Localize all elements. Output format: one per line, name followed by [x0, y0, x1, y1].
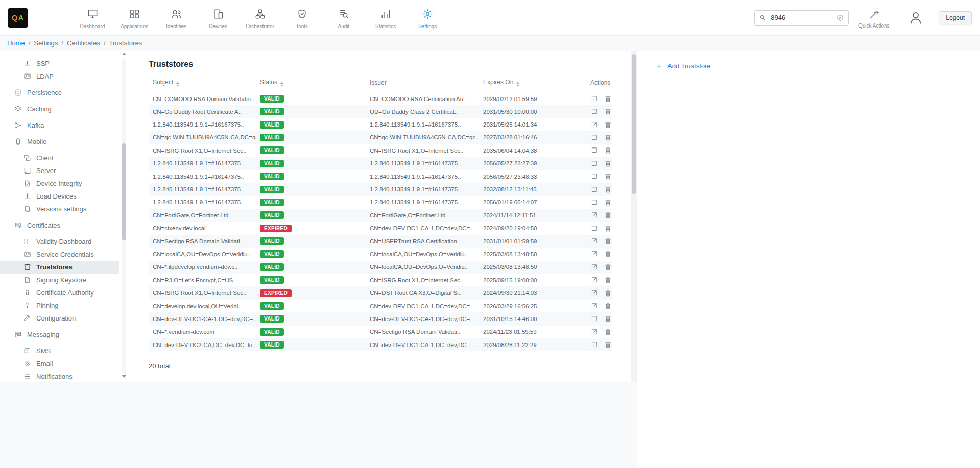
- app-logo[interactable]: QA: [8, 8, 28, 28]
- column-header-status[interactable]: Status: [256, 76, 366, 92]
- sidebar-item-ldap[interactable]: LDAP: [0, 70, 128, 83]
- view-truststore-button[interactable]: [590, 302, 598, 310]
- sidebar-item-server[interactable]: Server: [0, 164, 128, 177]
- sidebar-item-kafka[interactable]: Kafka: [0, 119, 128, 132]
- scroll-up-arrow[interactable]: [122, 53, 127, 58]
- nav-item-devices[interactable]: Devices: [197, 6, 239, 29]
- search-input[interactable]: [771, 14, 832, 21]
- sidebar-item-validity-dashboard[interactable]: Validity Dashboard: [0, 235, 128, 248]
- delete-truststore-button[interactable]: [604, 276, 612, 284]
- truststore-row[interactable]: CN=dev-DEV-DC1-CA-1,DC=dev,DC=.. VALID C…: [149, 312, 612, 325]
- breadcrumb-item-truststores[interactable]: Truststores: [109, 39, 142, 47]
- view-truststore-button[interactable]: [590, 134, 598, 141]
- delete-truststore-button[interactable]: [604, 134, 612, 141]
- sidebar-item-versions-settings[interactable]: Versions settings: [0, 203, 128, 215]
- main-scrollbar[interactable]: [631, 51, 637, 382]
- nav-item-applications[interactable]: Applications: [113, 6, 155, 29]
- view-truststore-button[interactable]: [590, 237, 598, 245]
- sidebar-item-device-integrity[interactable]: Device Integrity: [0, 177, 128, 190]
- nav-item-orchestrator[interactable]: Orchestrator: [239, 6, 281, 29]
- truststore-row[interactable]: CN=COMODO RSA Domain Validatio.. VALID C…: [149, 92, 612, 106]
- breadcrumb-item-certificates[interactable]: Certificates: [67, 39, 100, 47]
- column-header-actions[interactable]: Actions: [586, 76, 612, 92]
- user-avatar-button[interactable]: [908, 10, 923, 26]
- truststore-row[interactable]: 1.2.840.113549.1.9.1=#16147375.. VALID 1…: [149, 183, 612, 195]
- truststore-row[interactable]: CN=*.ilpdevelop.veridium-dev.c.. VALID C…: [149, 261, 612, 274]
- nav-item-identities[interactable]: Identities: [155, 6, 197, 29]
- sidebar-item-truststores[interactable]: Truststores: [0, 261, 119, 274]
- view-truststore-button[interactable]: [590, 263, 598, 271]
- view-truststore-button[interactable]: [590, 108, 598, 115]
- truststore-row[interactable]: 1.2.840.113549.1.9.1=#16147375.. VALID 1…: [149, 196, 612, 209]
- delete-truststore-button[interactable]: [604, 263, 612, 271]
- scrollbar-thumb[interactable]: [632, 54, 636, 194]
- view-truststore-button[interactable]: [590, 225, 598, 232]
- view-truststore-button[interactable]: [590, 95, 598, 103]
- delete-truststore-button[interactable]: [604, 341, 612, 349]
- truststore-row[interactable]: CN=qc-WIN-TUUBU9A4C5N-CA,DC=qc.. VALID C…: [149, 131, 612, 144]
- view-truststore-button[interactable]: [590, 289, 598, 297]
- sidebar-item-ssp[interactable]: SSP: [0, 57, 128, 70]
- delete-truststore-button[interactable]: [604, 289, 612, 297]
- view-truststore-button[interactable]: [590, 173, 598, 180]
- nav-item-settings[interactable]: Settings: [407, 6, 448, 29]
- delete-truststore-button[interactable]: [604, 186, 612, 193]
- scroll-down-arrow[interactable]: [122, 375, 127, 380]
- delete-truststore-button[interactable]: [604, 108, 612, 115]
- view-truststore-button[interactable]: [590, 199, 598, 206]
- add-truststore-button[interactable]: Add Truststore: [655, 62, 711, 70]
- sidebar-item-service-credentials[interactable]: Service Credentials: [0, 248, 128, 261]
- truststore-row[interactable]: CN=ctxenv.dev.local EXPIRED CN=dev-DEV-D…: [149, 222, 612, 235]
- nav-item-statistics[interactable]: Statistics: [365, 6, 407, 29]
- truststore-row[interactable]: CN=Go Daddy Root Certificate A.. VALID O…: [149, 105, 612, 118]
- delete-truststore-button[interactable]: [604, 173, 612, 180]
- sidebar-item-notifications[interactable]: Notifications: [0, 370, 128, 382]
- column-header-expires-on[interactable]: Expires On: [479, 76, 586, 92]
- column-header-subject[interactable]: Subject: [149, 76, 256, 92]
- truststore-row[interactable]: 1.2.840.113549.1.9.1=#16147375.. VALID 1…: [149, 170, 612, 183]
- truststore-row[interactable]: CN=R3,O=Let's Encrypt,C=US VALID CN=ISRG…: [149, 274, 612, 286]
- truststore-row[interactable]: CN=develop.dev.local,OU=Veridi.. VALID C…: [149, 300, 612, 312]
- breadcrumb-item-home[interactable]: Home: [7, 39, 25, 47]
- truststore-row[interactable]: CN=ISRG Root X1,O=Internet Sec.. VALID C…: [149, 144, 612, 157]
- delete-truststore-button[interactable]: [604, 302, 612, 310]
- sidebar-item-pinning[interactable]: Pinning: [0, 299, 128, 312]
- nav-item-audit[interactable]: Audit: [323, 6, 365, 29]
- nav-item-tools[interactable]: Tools: [281, 6, 323, 29]
- delete-truststore-button[interactable]: [604, 328, 612, 336]
- view-truststore-button[interactable]: [590, 146, 598, 154]
- delete-truststore-button[interactable]: [604, 146, 612, 154]
- view-truststore-button[interactable]: [590, 160, 598, 167]
- truststore-row[interactable]: 1.2.840.113549.1.9.1=#16167375.. VALID 1…: [149, 118, 612, 131]
- view-truststore-button[interactable]: [590, 250, 598, 258]
- sidebar-item-configuration[interactable]: Configuration: [0, 312, 128, 325]
- sidebar-item-signing-keystore[interactable]: Signing Keystore: [0, 274, 128, 286]
- sidebar-item-email[interactable]: Email: [0, 357, 128, 370]
- delete-truststore-button[interactable]: [604, 121, 612, 129]
- view-truststore-button[interactable]: [590, 211, 598, 219]
- sidebar-item-messaging[interactable]: Messaging: [0, 328, 128, 341]
- nav-item-dashboard[interactable]: Dashboard: [71, 6, 113, 29]
- delete-truststore-button[interactable]: [604, 237, 612, 245]
- view-truststore-button[interactable]: [590, 186, 598, 193]
- sidebar-item-caching[interactable]: Caching: [0, 103, 128, 115]
- delete-truststore-button[interactable]: [604, 199, 612, 206]
- view-truststore-button[interactable]: [590, 121, 598, 129]
- truststore-row[interactable]: CN=ISRG Root X1,O=Internet Sec.. EXPIRED…: [149, 286, 612, 299]
- quick-actions-button[interactable]: Quick Actions: [856, 7, 892, 29]
- delete-truststore-button[interactable]: [604, 315, 612, 323]
- sidebar-item-persistence[interactable]: Persistence: [0, 86, 128, 99]
- truststore-row[interactable]: 1.2.840.113549.1.9.1=#16147375.. VALID 1…: [149, 157, 612, 170]
- view-truststore-button[interactable]: [590, 328, 598, 336]
- delete-truststore-button[interactable]: [604, 225, 612, 232]
- clear-search-button[interactable]: [836, 14, 844, 22]
- logout-button[interactable]: Logout: [939, 11, 972, 24]
- sidebar-item-sms[interactable]: SMS: [0, 344, 128, 357]
- delete-truststore-button[interactable]: [604, 211, 612, 219]
- truststore-row[interactable]: CN=*.veridium-dev.com VALID CN=Sectigo R…: [149, 326, 612, 338]
- sidebar-item-certificates[interactable]: Certificates: [0, 219, 128, 232]
- truststore-row[interactable]: CN=Sectigo RSA Domain Validati.. VALID C…: [149, 235, 612, 248]
- sidebar-scrollbar[interactable]: [122, 53, 127, 380]
- truststore-row[interactable]: CN=localCA,OU=DevOps,O=Veridiu.. VALID C…: [149, 248, 612, 260]
- view-truststore-button[interactable]: [590, 315, 598, 323]
